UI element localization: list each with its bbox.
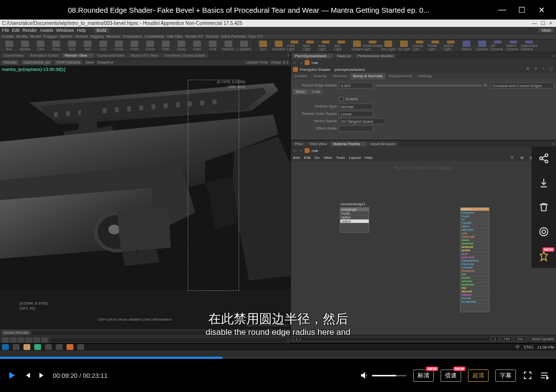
- shelf-swcam[interactable]: Switch Camera: [506, 41, 521, 51]
- speed-button[interactable]: 倍速NEW: [441, 370, 461, 382]
- task-app2[interactable]: [56, 344, 63, 350]
- shelf-distant[interactable]: Distant: [350, 41, 364, 51]
- render-view[interactable]: mantra_ipr(raytrace)-13:30:38[1] (0.7475…: [0, 66, 290, 328]
- tab-add2[interactable]: +: [553, 54, 555, 58]
- tab-composite[interactable]: CompositeView: [94, 53, 127, 58]
- nav-back[interactable]: ←: [293, 61, 297, 65]
- menu-assets[interactable]: Assets: [40, 28, 53, 33]
- shelf-sky[interactable]: Sky Light: [381, 41, 396, 51]
- tab-treeview[interactable]: Tree View: [306, 141, 330, 147]
- shelf-vr[interactable]: VR Camera: [490, 41, 505, 51]
- menu-render[interactable]: Render: [22, 28, 37, 33]
- shelf-tube[interactable]: Tube: [33, 41, 48, 51]
- color-space[interactable]: Linear: [339, 111, 373, 117]
- tab-renderview[interactable]: Render View×: [62, 53, 94, 58]
- pin-icon[interactable]: NEW: [538, 250, 550, 262]
- net-back[interactable]: ←: [293, 149, 297, 153]
- net-wrench-icon[interactable]: ✲: [509, 155, 515, 160]
- tab-perfmon[interactable]: Performance Monitor: [355, 53, 397, 59]
- shelf-key[interactable]: Point Light: [287, 41, 302, 51]
- subtitle-button[interactable]: 字幕: [495, 370, 516, 382]
- frame-start[interactable]: 1: [293, 336, 300, 342]
- net-tools[interactable]: Tools: [336, 155, 345, 160]
- shelf-caustic[interactable]: Caustic Light: [412, 41, 427, 51]
- ptab-opacity[interactable]: Opacity: [311, 73, 330, 80]
- shelf-spray[interactable]: Spray: [174, 41, 189, 51]
- task-search[interactable]: [13, 344, 20, 350]
- snapshot-slider[interactable]: [32, 331, 260, 334]
- tray-clock[interactable]: 11:36 PM: [537, 345, 554, 349]
- net-layout[interactable]: Layout: [349, 155, 361, 160]
- settings-icon[interactable]: [538, 226, 550, 238]
- shader-name[interactable]: principledshader1: [333, 67, 367, 72]
- tab-sceneview[interactable]: SceneView: [1, 53, 26, 58]
- delete-icon[interactable]: [538, 201, 550, 213]
- start-button[interactable]: [2, 344, 9, 350]
- frame-end[interactable]: 740: [501, 336, 512, 342]
- close-button[interactable]: ✕: [532, 0, 551, 20]
- ptab-bump[interactable]: Bump & Normals: [350, 73, 385, 80]
- ptab-disp[interactable]: Displacement: [385, 73, 415, 80]
- shelf-area[interactable]: Area Light: [318, 41, 333, 51]
- volume-control[interactable]: [359, 370, 406, 380]
- radius-slider[interactable]: [375, 85, 482, 87]
- shelf-geolight[interactable]: Geo Light: [334, 41, 349, 51]
- tab-assetbrowser[interactable]: Asset Browser: [367, 141, 399, 147]
- share-icon[interactable]: [538, 152, 550, 164]
- ptab-settings[interactable]: Settings: [415, 73, 435, 80]
- tab-takelist[interactable]: TakeList: [334, 53, 354, 59]
- shelf-curve[interactable]: Curve: [143, 41, 157, 51]
- shelf-spot[interactable]: Spot Light: [303, 41, 317, 51]
- download-icon[interactable]: [538, 177, 550, 189]
- next-button[interactable]: [38, 371, 46, 379]
- region-marquee[interactable]: [188, 80, 239, 291]
- tab-animeditor[interactable]: Animation Editor: [27, 53, 62, 58]
- shelf-env[interactable]: Environment Light: [365, 41, 380, 51]
- edge-mode[interactable]: Concave and Convex Edges: [490, 83, 554, 88]
- shelf-font[interactable]: Font: [205, 41, 220, 51]
- shelf-point[interactable]: Point: [127, 41, 142, 51]
- shelf-grid[interactable]: Grid: [65, 41, 79, 51]
- net-eye-icon[interactable]: ◉: [519, 155, 525, 160]
- play-fwd[interactable]: [25, 337, 32, 343]
- volume-icon[interactable]: [359, 370, 369, 380]
- cog-icon[interactable]: ✲: [484, 83, 489, 88]
- tab-add[interactable]: +: [287, 53, 289, 58]
- shelf-stereo[interactable]: Stereo: [459, 41, 474, 51]
- maximize-button[interactable]: ☐: [512, 0, 532, 20]
- rop-camera[interactable]: ROP Camera: [55, 60, 82, 65]
- vector-space[interactable]: UV Tangent Space: [339, 118, 385, 124]
- tab-add3[interactable]: +: [553, 142, 555, 146]
- prev-button[interactable]: [23, 371, 31, 379]
- tab-prev[interactable]: Prev: [292, 141, 306, 147]
- autoupdate[interactable]: Auto Update: [533, 337, 554, 341]
- net-view[interactable]: View: [324, 155, 332, 160]
- info-icon[interactable]: ⓘ: [548, 66, 554, 72]
- play-button[interactable]: [7, 370, 17, 380]
- shelf-sphere[interactable]: Sphere: [18, 41, 32, 51]
- net-go[interactable]: Go: [314, 155, 320, 160]
- play-first[interactable]: [2, 337, 9, 343]
- shelf-platonic[interactable]: Platonic: [221, 41, 236, 51]
- net-fwd[interactable]: →: [299, 149, 303, 153]
- task-chrome[interactable]: [34, 344, 41, 350]
- net-edit[interactable]: Edit: [304, 155, 311, 160]
- help-icon[interactable]: ?: [540, 66, 546, 72]
- shelf-path[interactable]: Path: [158, 41, 173, 51]
- shelf-torus[interactable]: Torus: [49, 41, 64, 51]
- menu-file[interactable]: File: [2, 28, 9, 33]
- desktop-build[interactable]: Build: [94, 28, 110, 33]
- shelf-null[interactable]: Null: [80, 41, 95, 51]
- task-houdini[interactable]: [67, 344, 73, 350]
- tab-matpalette[interactable]: Material Palette×: [330, 141, 367, 147]
- nav-fwd[interactable]: →: [299, 61, 303, 65]
- menu-windows[interactable]: Windows: [56, 28, 74, 33]
- node-principledshader[interactable]: principledshader1 surface basecolor roug…: [460, 207, 489, 312]
- play-rev[interactable]: [18, 337, 24, 343]
- shelf-portal[interactable]: Portal Light: [428, 41, 443, 51]
- ptab-textures[interactable]: Textures: [330, 73, 350, 80]
- round-edge-radius[interactable]: 0.005: [339, 83, 373, 88]
- active-render[interactable]: Active Render: [2, 330, 30, 335]
- pin-icon[interactable]: ⊙: [533, 66, 538, 72]
- gear-icon[interactable]: ✲: [525, 66, 531, 72]
